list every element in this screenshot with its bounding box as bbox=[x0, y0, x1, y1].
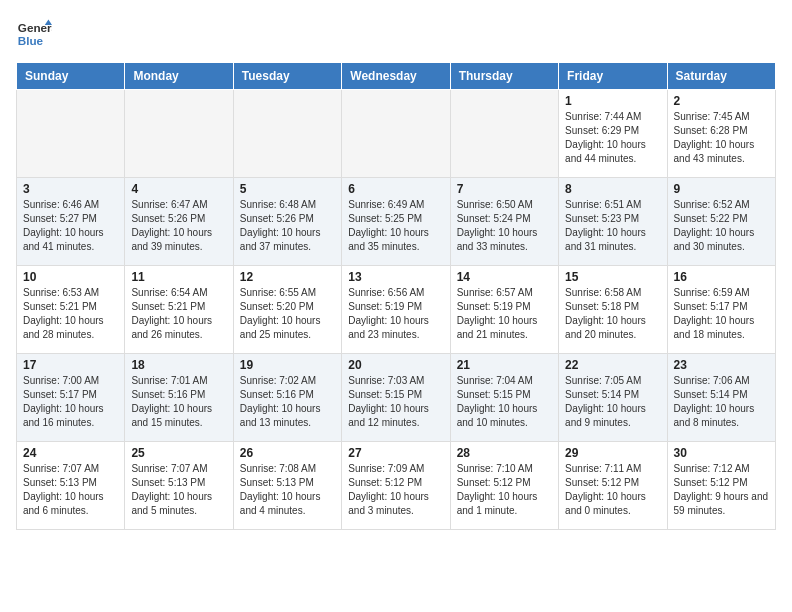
day-detail: Sunrise: 6:50 AM Sunset: 5:24 PM Dayligh… bbox=[457, 198, 552, 254]
calendar-cell: 16Sunrise: 6:59 AM Sunset: 5:17 PM Dayli… bbox=[667, 266, 775, 354]
day-detail: Sunrise: 6:59 AM Sunset: 5:17 PM Dayligh… bbox=[674, 286, 769, 342]
calendar-cell: 9Sunrise: 6:52 AM Sunset: 5:22 PM Daylig… bbox=[667, 178, 775, 266]
day-detail: Sunrise: 6:55 AM Sunset: 5:20 PM Dayligh… bbox=[240, 286, 335, 342]
day-number: 24 bbox=[23, 446, 118, 460]
day-detail: Sunrise: 6:53 AM Sunset: 5:21 PM Dayligh… bbox=[23, 286, 118, 342]
day-number: 6 bbox=[348, 182, 443, 196]
day-number: 29 bbox=[565, 446, 660, 460]
weekday-header: Friday bbox=[559, 63, 667, 90]
calendar-cell: 8Sunrise: 6:51 AM Sunset: 5:23 PM Daylig… bbox=[559, 178, 667, 266]
day-detail: Sunrise: 7:44 AM Sunset: 6:29 PM Dayligh… bbox=[565, 110, 660, 166]
calendar-cell: 28Sunrise: 7:10 AM Sunset: 5:12 PM Dayli… bbox=[450, 442, 558, 530]
day-detail: Sunrise: 7:02 AM Sunset: 5:16 PM Dayligh… bbox=[240, 374, 335, 430]
calendar-cell: 7Sunrise: 6:50 AM Sunset: 5:24 PM Daylig… bbox=[450, 178, 558, 266]
day-number: 21 bbox=[457, 358, 552, 372]
day-detail: Sunrise: 7:12 AM Sunset: 5:12 PM Dayligh… bbox=[674, 462, 769, 518]
day-number: 15 bbox=[565, 270, 660, 284]
day-number: 19 bbox=[240, 358, 335, 372]
day-detail: Sunrise: 7:01 AM Sunset: 5:16 PM Dayligh… bbox=[131, 374, 226, 430]
day-detail: Sunrise: 6:47 AM Sunset: 5:26 PM Dayligh… bbox=[131, 198, 226, 254]
day-number: 22 bbox=[565, 358, 660, 372]
day-detail: Sunrise: 6:56 AM Sunset: 5:19 PM Dayligh… bbox=[348, 286, 443, 342]
calendar-cell: 3Sunrise: 6:46 AM Sunset: 5:27 PM Daylig… bbox=[17, 178, 125, 266]
calendar-cell bbox=[17, 90, 125, 178]
day-detail: Sunrise: 6:51 AM Sunset: 5:23 PM Dayligh… bbox=[565, 198, 660, 254]
calendar-cell: 27Sunrise: 7:09 AM Sunset: 5:12 PM Dayli… bbox=[342, 442, 450, 530]
day-number: 5 bbox=[240, 182, 335, 196]
calendar-cell bbox=[342, 90, 450, 178]
day-number: 9 bbox=[674, 182, 769, 196]
logo-icon: General Blue bbox=[16, 16, 52, 52]
calendar-cell bbox=[450, 90, 558, 178]
day-number: 2 bbox=[674, 94, 769, 108]
day-detail: Sunrise: 7:06 AM Sunset: 5:14 PM Dayligh… bbox=[674, 374, 769, 430]
day-detail: Sunrise: 7:45 AM Sunset: 6:28 PM Dayligh… bbox=[674, 110, 769, 166]
day-detail: Sunrise: 7:08 AM Sunset: 5:13 PM Dayligh… bbox=[240, 462, 335, 518]
calendar-cell: 2Sunrise: 7:45 AM Sunset: 6:28 PM Daylig… bbox=[667, 90, 775, 178]
day-number: 27 bbox=[348, 446, 443, 460]
day-number: 13 bbox=[348, 270, 443, 284]
day-detail: Sunrise: 7:09 AM Sunset: 5:12 PM Dayligh… bbox=[348, 462, 443, 518]
weekday-header: Sunday bbox=[17, 63, 125, 90]
day-number: 10 bbox=[23, 270, 118, 284]
day-number: 17 bbox=[23, 358, 118, 372]
day-detail: Sunrise: 6:46 AM Sunset: 5:27 PM Dayligh… bbox=[23, 198, 118, 254]
weekday-header: Monday bbox=[125, 63, 233, 90]
calendar: SundayMondayTuesdayWednesdayThursdayFrid… bbox=[16, 62, 776, 530]
day-detail: Sunrise: 7:04 AM Sunset: 5:15 PM Dayligh… bbox=[457, 374, 552, 430]
calendar-cell: 18Sunrise: 7:01 AM Sunset: 5:16 PM Dayli… bbox=[125, 354, 233, 442]
calendar-cell: 14Sunrise: 6:57 AM Sunset: 5:19 PM Dayli… bbox=[450, 266, 558, 354]
day-number: 11 bbox=[131, 270, 226, 284]
weekday-header: Wednesday bbox=[342, 63, 450, 90]
day-detail: Sunrise: 7:07 AM Sunset: 5:13 PM Dayligh… bbox=[131, 462, 226, 518]
calendar-cell: 4Sunrise: 6:47 AM Sunset: 5:26 PM Daylig… bbox=[125, 178, 233, 266]
calendar-cell: 29Sunrise: 7:11 AM Sunset: 5:12 PM Dayli… bbox=[559, 442, 667, 530]
svg-text:Blue: Blue bbox=[18, 34, 44, 47]
day-number: 26 bbox=[240, 446, 335, 460]
calendar-cell: 21Sunrise: 7:04 AM Sunset: 5:15 PM Dayli… bbox=[450, 354, 558, 442]
calendar-cell: 25Sunrise: 7:07 AM Sunset: 5:13 PM Dayli… bbox=[125, 442, 233, 530]
calendar-cell: 15Sunrise: 6:58 AM Sunset: 5:18 PM Dayli… bbox=[559, 266, 667, 354]
day-detail: Sunrise: 6:57 AM Sunset: 5:19 PM Dayligh… bbox=[457, 286, 552, 342]
day-number: 25 bbox=[131, 446, 226, 460]
weekday-header: Tuesday bbox=[233, 63, 341, 90]
weekday-header: Thursday bbox=[450, 63, 558, 90]
calendar-cell: 11Sunrise: 6:54 AM Sunset: 5:21 PM Dayli… bbox=[125, 266, 233, 354]
calendar-cell bbox=[233, 90, 341, 178]
day-number: 3 bbox=[23, 182, 118, 196]
calendar-cell: 23Sunrise: 7:06 AM Sunset: 5:14 PM Dayli… bbox=[667, 354, 775, 442]
day-detail: Sunrise: 7:07 AM Sunset: 5:13 PM Dayligh… bbox=[23, 462, 118, 518]
calendar-cell: 24Sunrise: 7:07 AM Sunset: 5:13 PM Dayli… bbox=[17, 442, 125, 530]
calendar-cell: 17Sunrise: 7:00 AM Sunset: 5:17 PM Dayli… bbox=[17, 354, 125, 442]
calendar-cell: 12Sunrise: 6:55 AM Sunset: 5:20 PM Dayli… bbox=[233, 266, 341, 354]
day-number: 16 bbox=[674, 270, 769, 284]
day-number: 14 bbox=[457, 270, 552, 284]
day-detail: Sunrise: 6:52 AM Sunset: 5:22 PM Dayligh… bbox=[674, 198, 769, 254]
day-number: 30 bbox=[674, 446, 769, 460]
day-detail: Sunrise: 6:48 AM Sunset: 5:26 PM Dayligh… bbox=[240, 198, 335, 254]
day-detail: Sunrise: 7:05 AM Sunset: 5:14 PM Dayligh… bbox=[565, 374, 660, 430]
calendar-cell: 6Sunrise: 6:49 AM Sunset: 5:25 PM Daylig… bbox=[342, 178, 450, 266]
day-detail: Sunrise: 6:49 AM Sunset: 5:25 PM Dayligh… bbox=[348, 198, 443, 254]
calendar-cell: 5Sunrise: 6:48 AM Sunset: 5:26 PM Daylig… bbox=[233, 178, 341, 266]
day-detail: Sunrise: 7:00 AM Sunset: 5:17 PM Dayligh… bbox=[23, 374, 118, 430]
day-number: 28 bbox=[457, 446, 552, 460]
calendar-cell: 19Sunrise: 7:02 AM Sunset: 5:16 PM Dayli… bbox=[233, 354, 341, 442]
day-number: 23 bbox=[674, 358, 769, 372]
calendar-cell: 20Sunrise: 7:03 AM Sunset: 5:15 PM Dayli… bbox=[342, 354, 450, 442]
day-number: 1 bbox=[565, 94, 660, 108]
calendar-cell: 30Sunrise: 7:12 AM Sunset: 5:12 PM Dayli… bbox=[667, 442, 775, 530]
day-detail: Sunrise: 7:03 AM Sunset: 5:15 PM Dayligh… bbox=[348, 374, 443, 430]
day-detail: Sunrise: 6:54 AM Sunset: 5:21 PM Dayligh… bbox=[131, 286, 226, 342]
day-number: 12 bbox=[240, 270, 335, 284]
calendar-cell bbox=[125, 90, 233, 178]
day-number: 8 bbox=[565, 182, 660, 196]
day-number: 4 bbox=[131, 182, 226, 196]
header-area: General Blue bbox=[16, 16, 776, 52]
day-detail: Sunrise: 7:10 AM Sunset: 5:12 PM Dayligh… bbox=[457, 462, 552, 518]
logo: General Blue bbox=[16, 16, 52, 52]
calendar-cell: 1Sunrise: 7:44 AM Sunset: 6:29 PM Daylig… bbox=[559, 90, 667, 178]
calendar-cell: 22Sunrise: 7:05 AM Sunset: 5:14 PM Dayli… bbox=[559, 354, 667, 442]
calendar-cell: 10Sunrise: 6:53 AM Sunset: 5:21 PM Dayli… bbox=[17, 266, 125, 354]
day-number: 7 bbox=[457, 182, 552, 196]
